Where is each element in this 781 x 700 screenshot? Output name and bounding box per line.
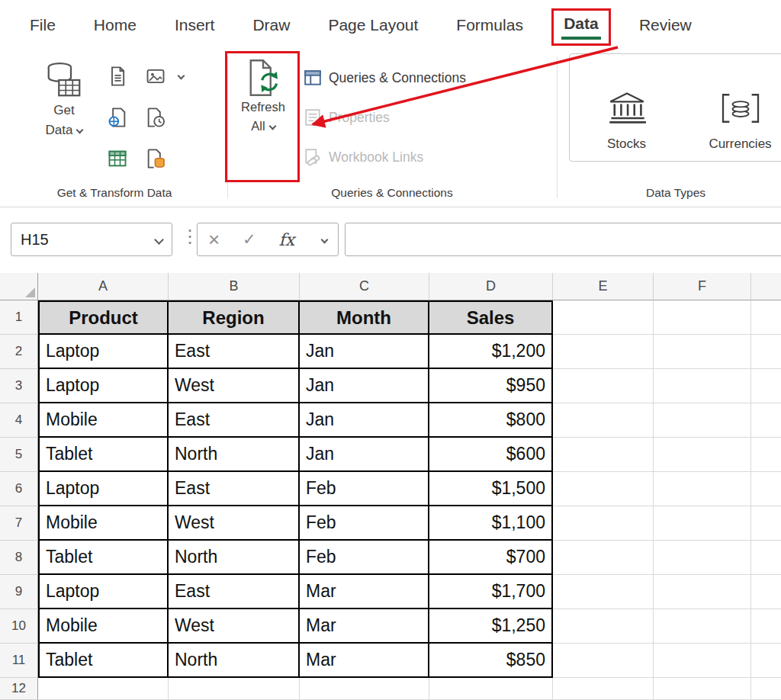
cell[interactable] [654, 609, 751, 644]
cell[interactable]: Region [169, 300, 300, 335]
recent-sources-button[interactable] [143, 105, 168, 130]
column-header-partial[interactable] [751, 273, 781, 300]
row-header-6[interactable]: 6 [0, 472, 38, 506]
row-header-12[interactable]: 12 [0, 678, 38, 700]
name-box[interactable]: H15 [11, 223, 172, 256]
cell[interactable]: Mobile [38, 506, 169, 541]
cell[interactable]: East [169, 575, 300, 609]
cell[interactable] [553, 438, 654, 472]
chevron-down-icon[interactable] [154, 235, 164, 245]
cell[interactable]: $700 [429, 541, 553, 575]
cell[interactable] [553, 609, 654, 644]
cell[interactable]: North [169, 541, 300, 575]
queries-connections-button[interactable]: Queries & Connections [304, 63, 466, 93]
stocks-button[interactable]: Stocks [570, 54, 683, 161]
cell[interactable] [751, 438, 781, 472]
enter-icon[interactable]: ✓ [243, 230, 256, 249]
cell[interactable]: Mobile [38, 609, 169, 644]
cell[interactable]: East [169, 472, 300, 506]
cell[interactable] [654, 678, 751, 700]
from-picture-button[interactable] [143, 64, 168, 88]
cell[interactable]: Mar [300, 609, 429, 644]
select-all-button[interactable] [0, 273, 38, 300]
column-header-C[interactable]: C [300, 273, 429, 300]
cell[interactable] [751, 644, 781, 678]
tab-file[interactable]: File [11, 0, 75, 50]
cell[interactable]: $1,700 [429, 575, 553, 609]
cell[interactable]: Feb [300, 541, 429, 575]
tab-home[interactable]: Home [75, 0, 156, 50]
row-header-11[interactable]: 11 [0, 644, 38, 678]
row-header-9[interactable]: 9 [0, 575, 38, 609]
cell[interactable] [654, 575, 751, 609]
chevron-down-icon[interactable] [178, 72, 185, 80]
cell[interactable]: Month [300, 300, 429, 335]
cancel-icon[interactable]: × [208, 228, 220, 252]
cell[interactable]: $1,100 [429, 506, 553, 541]
column-header-E[interactable]: E [553, 273, 654, 300]
cell[interactable]: North [169, 644, 300, 678]
existing-connections-button[interactable] [143, 146, 168, 171]
cell[interactable]: $1,500 [429, 472, 553, 506]
formula-input[interactable] [345, 223, 781, 256]
cell[interactable] [751, 506, 781, 541]
cell[interactable]: Tablet [38, 644, 169, 678]
row-header-5[interactable]: 5 [0, 438, 38, 472]
row-header-3[interactable]: 3 [0, 369, 38, 403]
cell[interactable]: North [169, 438, 300, 472]
cell[interactable] [654, 506, 751, 541]
cell[interactable]: East [169, 403, 300, 438]
cell[interactable] [654, 335, 751, 369]
tab-page-layout[interactable]: Page Layout [309, 0, 437, 50]
cell[interactable] [553, 678, 654, 700]
cell[interactable]: $800 [429, 403, 553, 438]
cell[interactable] [654, 644, 751, 678]
cell[interactable] [751, 369, 781, 403]
cell[interactable]: Laptop [38, 369, 169, 403]
cell[interactable] [429, 678, 553, 700]
cell[interactable]: East [169, 335, 300, 369]
from-web-button[interactable] [105, 105, 130, 130]
cell[interactable] [553, 472, 654, 506]
row-header-8[interactable]: 8 [0, 541, 38, 575]
insert-function-icon[interactable]: fx [279, 230, 295, 249]
cell[interactable] [553, 541, 654, 575]
cell[interactable]: Tablet [38, 541, 169, 575]
cell[interactable]: $1,250 [429, 609, 553, 644]
cell[interactable]: Mar [300, 644, 429, 678]
cell[interactable] [751, 609, 781, 644]
cell[interactable]: West [169, 506, 300, 541]
cell[interactable]: Feb [300, 472, 429, 506]
cell[interactable]: Jan [300, 403, 429, 438]
cell[interactable] [751, 335, 781, 369]
currencies-button[interactable]: Currencies [683, 54, 781, 161]
cell[interactable]: Mar [300, 575, 429, 609]
cell[interactable] [38, 678, 169, 700]
column-header-A[interactable]: A [38, 273, 169, 300]
tab-draw[interactable]: Draw [233, 0, 309, 50]
cell[interactable] [553, 575, 654, 609]
cell[interactable]: Product [38, 300, 169, 335]
get-data-button[interactable]: Get Data [32, 59, 96, 140]
cell[interactable] [654, 403, 751, 438]
cell[interactable]: $600 [429, 438, 553, 472]
cell[interactable] [751, 300, 781, 335]
cell[interactable]: Feb [300, 506, 429, 541]
cell[interactable]: Jan [300, 335, 429, 369]
cell[interactable] [751, 472, 781, 506]
cell[interactable]: $1,200 [429, 335, 553, 369]
cell[interactable] [654, 472, 751, 506]
cell[interactable]: Laptop [38, 472, 169, 506]
from-text-csv-button[interactable] [105, 64, 130, 88]
tab-data[interactable]: Data [562, 14, 600, 34]
tab-review[interactable]: Review [620, 0, 711, 50]
row-header-1[interactable]: 1 [0, 300, 38, 335]
cell[interactable]: West [169, 609, 300, 644]
cell[interactable]: Jan [300, 438, 429, 472]
row-header-4[interactable]: 4 [0, 403, 38, 438]
row-header-10[interactable]: 10 [0, 609, 38, 644]
refresh-all-button[interactable]: Refresh All [231, 58, 295, 136]
cell[interactable] [553, 644, 654, 678]
row-header-2[interactable]: 2 [0, 335, 38, 369]
cell[interactable] [300, 678, 429, 700]
